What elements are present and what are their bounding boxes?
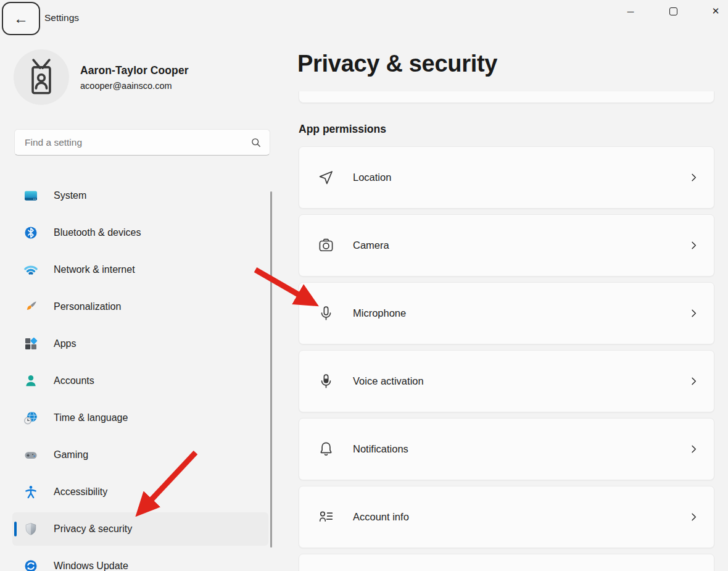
- sidebar-item-label: Privacy & security: [54, 523, 132, 535]
- search-box[interactable]: [14, 129, 270, 156]
- permission-label: Notifications: [353, 443, 408, 455]
- close-icon: ✕: [712, 6, 720, 17]
- id-badge-icon: [26, 59, 57, 96]
- minimize-button[interactable]: ─: [618, 0, 643, 22]
- user-email: acooper@aainsco.com: [80, 81, 189, 91]
- back-arrow-icon: ←: [14, 10, 28, 27]
- sidebar-item-label: Bluetooth & devices: [54, 227, 141, 238]
- sidebar-item-network-internet[interactable]: Network & internet: [12, 253, 268, 286]
- app-permissions-list: Location Camera: [299, 146, 714, 571]
- sidebar-item-time-language[interactable]: Time & language: [12, 401, 268, 435]
- window-controls: ─ ✕: [618, 0, 728, 22]
- back-button[interactable]: ←: [2, 2, 40, 35]
- sidebar-item-system[interactable]: System: [12, 179, 268, 212]
- permission-row-microphone[interactable]: Microphone: [299, 282, 714, 344]
- voice-activation-icon: [318, 373, 334, 390]
- clock-globe-icon: [23, 411, 38, 425]
- system-icon: [23, 188, 38, 203]
- page-title: Privacy & security: [297, 51, 497, 77]
- permission-row-notifications[interactable]: Notifications: [299, 418, 714, 480]
- sidebar-item-label: Accounts: [54, 375, 94, 386]
- chevron-right-icon: [689, 172, 699, 183]
- paintbrush-icon: [23, 299, 38, 314]
- permission-row-voice-activation[interactable]: Voice activation: [299, 350, 714, 412]
- settings-nav: System Bluetooth & devices Network & int…: [12, 179, 268, 571]
- microphone-icon: [318, 305, 334, 322]
- sidebar-item-accounts[interactable]: Accounts: [12, 364, 268, 398]
- sidebar-item-windows-update[interactable]: Windows Update: [12, 549, 268, 571]
- chevron-right-icon: [689, 240, 699, 251]
- window-title: Settings: [44, 12, 79, 23]
- chevron-right-icon: [689, 512, 699, 522]
- search-icon: [250, 136, 262, 149]
- section-header-app-permissions: App permissions: [299, 123, 386, 136]
- wifi-icon: [23, 262, 38, 277]
- account-info-icon: [318, 509, 334, 525]
- chevron-right-icon: [689, 308, 699, 319]
- sidebar-item-label: Time & language: [54, 412, 128, 423]
- sidebar-item-personalization[interactable]: Personalization: [12, 290, 268, 323]
- sidebar-item-apps[interactable]: Apps: [12, 327, 268, 361]
- sidebar-item-accessibility[interactable]: Accessibility: [12, 475, 268, 509]
- accessibility-icon: [23, 485, 38, 499]
- sidebar-item-privacy-security[interactable]: Privacy & security: [12, 512, 268, 546]
- sidebar-item-label: Apps: [54, 338, 76, 349]
- minimize-icon: ─: [627, 6, 634, 17]
- windows-update-icon: [23, 559, 38, 571]
- camera-icon: [318, 237, 334, 254]
- sidebar-scrollbar[interactable]: [270, 191, 272, 548]
- avatar: [14, 49, 69, 105]
- bluetooth-icon: [23, 225, 38, 240]
- location-icon: [318, 169, 334, 186]
- permission-label: Camera: [353, 240, 389, 251]
- user-account[interactable]: Aaron-Taylor Cooper acooper@aainsco.com: [14, 49, 189, 105]
- maximize-icon: [669, 7, 677, 15]
- gamepad-icon: [23, 448, 38, 462]
- permission-label: Voice activation: [353, 375, 424, 387]
- permission-label: Account info: [353, 511, 409, 523]
- sidebar-item-label: Personalization: [54, 301, 121, 312]
- permission-row-location[interactable]: Location: [299, 146, 714, 209]
- search-input[interactable]: [25, 137, 250, 148]
- close-button[interactable]: ✕: [703, 0, 728, 22]
- user-name: Aaron-Taylor Cooper: [80, 64, 189, 77]
- scrolled-card-partial[interactable]: [299, 91, 714, 103]
- permission-label: Microphone: [353, 307, 406, 319]
- sidebar-item-label: Gaming: [54, 449, 88, 461]
- sidebar-item-label: Accessibility: [54, 486, 107, 498]
- permission-row-partial[interactable]: [299, 554, 714, 571]
- sidebar-item-label: System: [54, 190, 86, 201]
- bell-icon: [318, 441, 334, 457]
- sidebar-item-label: Windows Update: [54, 561, 128, 571]
- permission-row-account-info[interactable]: Account info: [299, 486, 714, 548]
- permission-label: Location: [353, 172, 391, 183]
- person-icon: [23, 373, 38, 388]
- chevron-right-icon: [689, 444, 699, 454]
- shield-icon: [23, 522, 38, 536]
- sidebar-item-gaming[interactable]: Gaming: [12, 438, 268, 472]
- maximize-button[interactable]: [661, 0, 685, 22]
- sidebar-item-label: Network & internet: [54, 264, 135, 275]
- chevron-right-icon: [689, 376, 699, 386]
- sidebar-item-bluetooth-devices[interactable]: Bluetooth & devices: [12, 216, 268, 249]
- apps-icon: [23, 336, 38, 351]
- permission-row-camera[interactable]: Camera: [299, 214, 714, 277]
